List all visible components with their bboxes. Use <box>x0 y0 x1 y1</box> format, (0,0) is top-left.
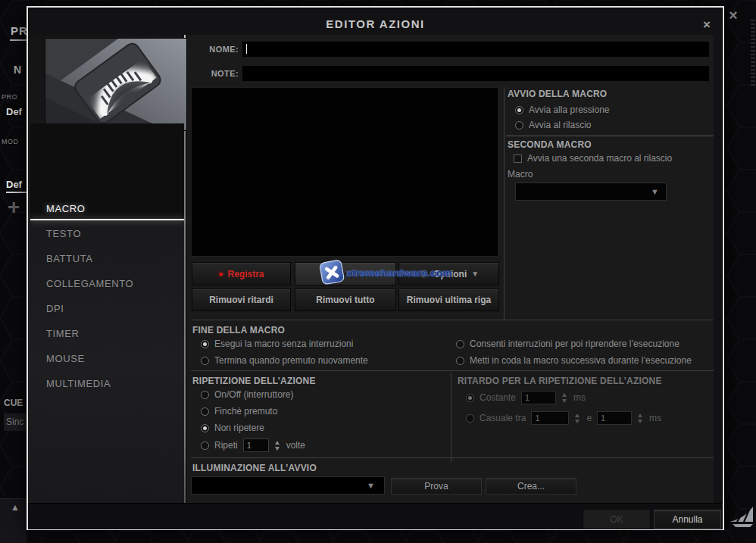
radio-label: Termina quando premuto nuovamente <box>214 355 368 366</box>
background-profile-value: Def <box>6 106 22 117</box>
checkbox-option-second-macro[interactable]: Avvia una seconda macro al rilascio <box>514 153 672 164</box>
radio-label: On/Off (interruttore) <box>214 389 293 400</box>
radio-option-consenti-interruzioni[interactable]: Consenti interruzioni per poi riprendere… <box>456 339 679 349</box>
radio-label: Ripeti <box>214 440 238 451</box>
radio-icon <box>201 442 209 450</box>
radio-option-esegui-senza-interruzioni[interactable]: Esegui la macro senza interruzioni <box>201 339 353 349</box>
radio-option-termina-quando-premuto[interactable]: Termina quando premuto nuovamente <box>201 355 368 366</box>
radio-option-costante: Costante 1 ms <box>466 391 586 404</box>
section-divider <box>191 320 714 320</box>
button-label: OK <box>610 514 623 525</box>
button-label: Rimuovi tutto <box>316 295 374 305</box>
spinner-down-icon <box>562 399 567 403</box>
note-label: NOTE: <box>178 69 239 78</box>
edge-texture <box>751 20 755 88</box>
sidebar-item-timer[interactable]: TIMER <box>46 328 79 342</box>
radio-label: Casuale tra <box>480 413 526 423</box>
lighting-title: ILLUMINAZIONE ALL’AVVIO <box>192 463 317 473</box>
spinner-down-icon <box>638 420 642 423</box>
radio-icon <box>456 357 464 365</box>
app-close-icon[interactable]: × <box>729 8 738 23</box>
background-add-mode-button[interactable]: + <box>8 195 20 220</box>
note-input[interactable] <box>242 66 709 81</box>
sidebar-item-mouse[interactable]: MOUSE <box>46 353 85 367</box>
annulla-button[interactable]: Annulla <box>654 510 721 529</box>
column-divider <box>451 373 451 462</box>
watermark-text: xtremehardware.com <box>346 267 451 279</box>
radio-icon <box>201 407 209 416</box>
editor-azioni-dialog: EDITOR AZIONI × NOME: NOTE: <box>27 6 724 530</box>
radio-label: Metti in coda la macro successiva durant… <box>470 355 692 366</box>
button-label: Annulla <box>672 514 702 525</box>
radio-option-avvia-pressione[interactable]: Avvia alla pressione <box>515 105 610 115</box>
radio-icon <box>456 340 464 348</box>
spinner-arrows[interactable] <box>274 440 281 451</box>
radio-option-metti-in-coda[interactable]: Metti in coda la macro successiva durant… <box>456 355 692 366</box>
casuale-min-input: 1 <box>531 411 569 425</box>
background-sync-label: Sinc <box>6 417 23 427</box>
spinner-up-icon <box>575 413 579 417</box>
spinner-arrows <box>574 413 581 424</box>
radio-icon <box>466 414 474 423</box>
volte-label: volte <box>286 440 305 451</box>
watermark-logo-icon <box>317 257 348 288</box>
button-label: Rimuovi ultima riga <box>407 295 491 305</box>
e-label: e <box>586 413 592 423</box>
section-divider <box>191 457 714 458</box>
macro-select-label: Macro <box>508 169 533 179</box>
radio-option-finche-premuto[interactable]: Finchè premuto <box>201 406 277 417</box>
button-label: Registra <box>228 269 264 279</box>
background-profiles-tab[interactable]: PR <box>11 24 28 37</box>
ripeti-count-input[interactable]: 1 <box>243 438 269 452</box>
rimuovi-ritardi-button[interactable]: Rimuovi ritardi <box>192 289 291 311</box>
dialog-close-icon[interactable]: × <box>703 18 711 31</box>
second-macro-dropdown[interactable]: ▼ <box>515 183 667 201</box>
chevron-down-icon: ▼ <box>651 188 659 196</box>
crea-button[interactable]: Crea... <box>486 478 576 495</box>
spinner-up-icon <box>562 393 567 397</box>
button-label: Rimuovi ritardi <box>209 295 273 305</box>
sidebar-item-multimedia[interactable]: MULTIMEDIA <box>46 378 111 392</box>
sidebar-item-battuta[interactable]: BATTUTA <box>46 253 93 267</box>
text-caret <box>246 44 247 54</box>
radio-option-non-ripetere[interactable]: Non ripetere <box>201 423 264 433</box>
sidebar-item-macro[interactable]: MACRO <box>46 203 85 217</box>
radio-option-onoff[interactable]: On/Off (interruttore) <box>201 389 293 400</box>
radio-option-avvia-rilascio[interactable]: Avvia al rilascio <box>515 120 591 130</box>
ms-label: ms <box>573 392 586 403</box>
record-dot-icon: ● <box>218 270 223 278</box>
expand-up-arrow-icon[interactable]: ▲ <box>11 502 20 513</box>
lighting-dropdown[interactable]: ▼ <box>191 476 385 495</box>
rimuovi-tutto-button[interactable]: Rimuovi tutto <box>295 289 396 311</box>
label-text: Macro <box>508 169 533 179</box>
background-profile-label: PRO <box>2 93 17 101</box>
registra-button[interactable]: ● Registra <box>192 262 291 286</box>
chevron-down-icon: ▼ <box>367 482 375 490</box>
ok-button[interactable]: OK <box>583 510 650 529</box>
prova-button[interactable]: Prova <box>391 478 482 495</box>
radio-option-ripeti[interactable]: Ripeti 1 volte <box>201 438 305 452</box>
column-divider <box>504 87 505 320</box>
dialog-title: EDITOR AZIONI <box>28 17 723 30</box>
macro-end-title: FINE DELLA MACRO <box>192 325 285 335</box>
background-mode-label: MOD <box>2 138 19 145</box>
radio-label: Esegui la macro senza interruzioni <box>214 339 353 349</box>
spinner-down-icon <box>275 447 280 451</box>
macro-event-list <box>191 87 498 257</box>
chevron-down-icon: ▼ <box>471 270 479 278</box>
costante-ms-input: 1 <box>521 391 556 404</box>
sidebar-item-dpi[interactable]: DPI <box>46 303 64 317</box>
sidebar-item-collegamento[interactable]: COLLEGAMENTO <box>46 278 133 292</box>
second-macro-title: SECONDA MACRO <box>508 139 592 150</box>
spinner-arrows <box>637 413 644 424</box>
sidebar-item-testo[interactable]: TESTO <box>46 228 81 242</box>
radio-label: Non ripetere <box>214 423 264 433</box>
radio-label: Avvia alla pressione <box>529 105 610 115</box>
spinner-down-icon <box>575 420 579 423</box>
nome-input[interactable] <box>242 42 709 57</box>
radio-label: Finchè premuto <box>214 406 277 417</box>
spinner-up-icon <box>275 441 280 445</box>
section-divider <box>191 370 714 371</box>
rimuovi-ultima-riga-button[interactable]: Rimuovi ultima riga <box>398 289 499 311</box>
background-tab-underline <box>10 39 27 41</box>
